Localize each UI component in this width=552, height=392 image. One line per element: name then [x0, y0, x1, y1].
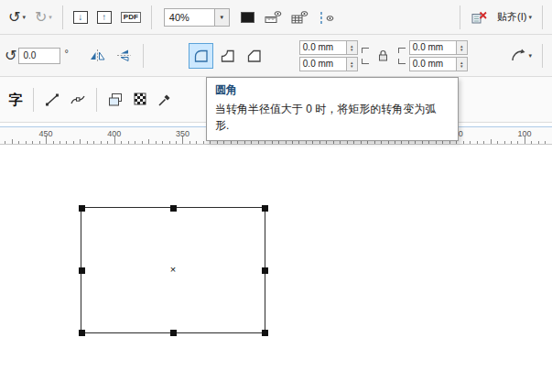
ruler-tick: [66, 141, 67, 144]
drawing-canvas[interactable]: ×: [0, 145, 552, 392]
spinner-buttons[interactable]: ▴▾: [347, 57, 358, 71]
corner-radius-bottom-left-input[interactable]: 0.0 mm: [299, 57, 347, 71]
ruler-tick: [511, 141, 512, 144]
zoom-level-value[interactable]: 40%: [164, 8, 215, 27]
corner-indicator-left: [362, 48, 369, 64]
ruler-tick: [483, 141, 484, 144]
ruler-tick: [148, 139, 149, 144]
ruler-tick: [46, 136, 47, 144]
ruler-tick: [326, 141, 327, 144]
ruler-tick: [517, 141, 518, 144]
ruler-tick: [545, 141, 546, 144]
show-guidelines-button[interactable]: [314, 5, 339, 30]
export-icon: ↑: [97, 11, 112, 24]
ruler-tick: [39, 141, 40, 144]
rotate-cw-button[interactable]: ↻ ▾: [31, 5, 56, 30]
full-screen-preview-button[interactable]: [237, 5, 259, 30]
ruler-tick: [80, 139, 81, 144]
mirror-horizontal-button[interactable]: [85, 43, 110, 69]
snap-to-label: 贴齐(I): [497, 10, 526, 24]
ruler-tick: [278, 141, 279, 144]
spinner-buttons[interactable]: ▴▾: [457, 40, 468, 55]
snap-off-icon: [471, 10, 488, 25]
rotation-angle-input[interactable]: 0.0: [18, 48, 60, 64]
corner-radius-bottom-right-input[interactable]: 0.0 mm: [409, 57, 457, 71]
ruler-tick: [265, 141, 265, 144]
ruler-tick: [156, 141, 157, 144]
ruler-tick: [203, 141, 204, 144]
rotate-ccw-icon: ↺: [8, 10, 20, 25]
line-tool-button[interactable]: [40, 87, 64, 113]
rotate-ccw-button[interactable]: ↺ ▾: [5, 5, 29, 30]
scalloped-corner-button[interactable]: [215, 43, 240, 69]
ruler-tick: [298, 141, 299, 144]
selection-handle[interactable]: [79, 330, 85, 336]
spinner-buttons[interactable]: ▴▾: [347, 40, 358, 55]
snap-off-button[interactable]: [467, 5, 492, 30]
selection-rectangle[interactable]: ×: [81, 207, 265, 333]
ruler-tick: [531, 141, 532, 144]
snap-to-menu-button[interactable]: 贴齐(I) ▾: [493, 5, 536, 30]
ruler-tick: [5, 141, 5, 144]
selection-handle[interactable]: [262, 267, 268, 274]
ruler-tick: [60, 141, 60, 144]
tooltip-title: 圆角: [215, 82, 449, 98]
selection-handle[interactable]: [262, 205, 268, 212]
mirror-vertical-button[interactable]: [112, 43, 136, 69]
import-button[interactable]: ↓: [70, 5, 92, 30]
mirror-horizontal-icon: [89, 49, 106, 62]
ruler-tick: [374, 141, 375, 144]
layers-button[interactable]: [103, 87, 127, 113]
text-tool-icon: 字: [9, 93, 23, 106]
export-button[interactable]: ↑: [93, 5, 115, 30]
chevron-down-icon: ▾: [49, 14, 52, 20]
zoom-level-combo[interactable]: 40% ▾: [164, 8, 230, 27]
ruler-tick: [18, 141, 19, 144]
ruler-tick: [162, 141, 163, 144]
show-rulers-button[interactable]: [261, 5, 286, 30]
round-corner-icon: [192, 48, 210, 63]
spinner-buttons[interactable]: ▴▾: [457, 57, 468, 71]
arc-arrow-icon: [510, 49, 526, 63]
separator: [542, 44, 543, 68]
ruler-tick: [491, 139, 492, 144]
selection-handle[interactable]: [170, 330, 177, 336]
text-tool-button[interactable]: 字: [5, 87, 27, 113]
ruler-tick: [73, 141, 74, 144]
chevron-down-icon: ▾: [528, 52, 532, 59]
layers-icon: [107, 93, 124, 107]
selection-handle[interactable]: [79, 267, 85, 274]
bezier-node-button[interactable]: [66, 87, 90, 113]
selection-handle[interactable]: [262, 330, 268, 336]
publish-pdf-button[interactable]: PDF: [117, 5, 145, 30]
selection-handle[interactable]: [170, 205, 177, 212]
ruler-tick: [182, 136, 183, 144]
relative-corner-scaling-button[interactable]: ▾: [506, 43, 536, 69]
zoom-dropdown-button[interactable]: ▾: [215, 8, 230, 27]
ruler-tick: [244, 141, 245, 144]
separator: [460, 5, 460, 29]
corner-radius-top-left-input[interactable]: 0.0 mm: [299, 40, 347, 55]
ruler-tick: [470, 141, 471, 144]
ruler-tick: [189, 141, 190, 144]
separator: [33, 88, 34, 112]
selection-handle[interactable]: [79, 205, 85, 212]
ruler-tick: [292, 141, 293, 144]
object-center-marker[interactable]: ×: [170, 264, 176, 275]
tooltip-body: 当转角半径值大于 0 时，将矩形的转角变为弧形.: [215, 101, 449, 134]
ruler-tick: [504, 141, 505, 144]
ruler-tick: [210, 141, 211, 144]
ruler-tick: [525, 136, 525, 144]
eyedropper-button[interactable]: [153, 87, 176, 113]
corner-radius-top-right-input[interactable]: 0.0 mm: [409, 40, 457, 55]
separator: [62, 5, 63, 29]
lock-icon: [377, 49, 389, 62]
ruler-tick: [538, 141, 539, 144]
chamfered-corner-button[interactable]: [242, 43, 266, 69]
rotate-cw-icon: ↻: [35, 10, 47, 25]
lock-corner-radius-button[interactable]: [373, 43, 395, 69]
show-grid-button[interactable]: [287, 5, 312, 30]
ruler-tick: [306, 141, 307, 144]
transparency-button[interactable]: [129, 87, 151, 113]
round-corner-button[interactable]: [189, 43, 213, 69]
